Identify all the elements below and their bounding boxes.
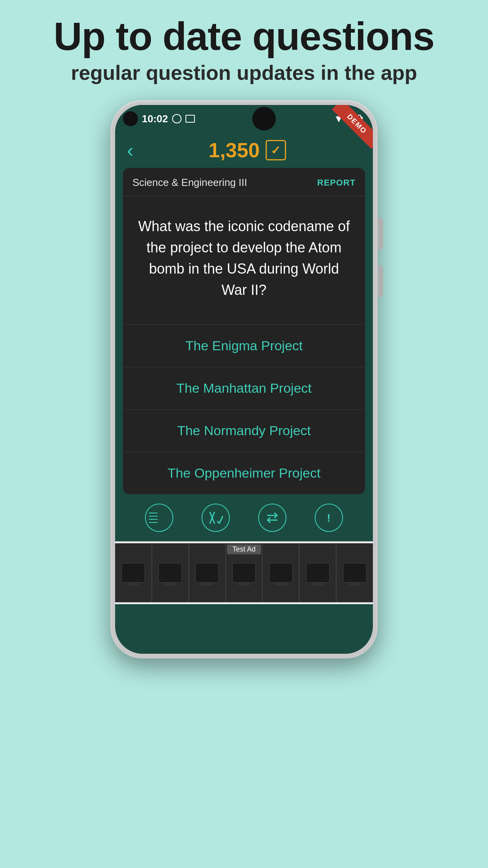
ad-banner: Test Ad	[115, 541, 373, 604]
bottom-toolbar: !	[115, 494, 373, 541]
phone-outer: DEMO 10:02 ▼	[110, 100, 378, 658]
svg-line-3	[219, 516, 223, 524]
camera-notch	[252, 107, 276, 131]
demo-ribbon-text: DEMO	[332, 105, 373, 149]
page-title: Up to date questions	[24, 16, 464, 57]
category-label: Science & Engineering III	[132, 177, 247, 189]
ad-label: Test Ad	[227, 544, 261, 554]
answers-area: The Enigma Project The Manhattan Project…	[123, 324, 365, 494]
device-6	[306, 563, 330, 583]
answer-text-3: The Normandy Project	[177, 423, 311, 438]
answer-text-2: The Manhattan Project	[176, 381, 312, 395]
phone-mockup: DEMO 10:02 ▼	[0, 100, 488, 658]
answer-text-4: The Oppenheimer Project	[167, 465, 320, 480]
answer-option-2[interactable]: The Manhattan Project	[123, 367, 365, 410]
answer-text-1: The Enigma Project	[185, 338, 303, 353]
clock-icon	[172, 114, 182, 123]
ad-slot-1	[115, 543, 152, 602]
answer-option-4[interactable]: The Oppenheimer Project	[123, 452, 365, 494]
info-icon[interactable]: !	[315, 504, 343, 532]
check-box[interactable]: ✓	[266, 140, 286, 160]
device-1	[121, 563, 145, 583]
status-left: 10:02	[123, 111, 195, 126]
back-button[interactable]: ‹	[127, 140, 134, 160]
phone-screen: DEMO 10:02 ▼	[115, 105, 373, 654]
answer-option-1[interactable]: The Enigma Project	[123, 325, 365, 367]
question-card: Science & Engineering III REPORT What wa…	[123, 168, 365, 494]
ad-slot-3	[189, 543, 226, 602]
page-header: Up to date questions regular question up…	[0, 0, 488, 92]
status-dot	[123, 111, 138, 126]
device-4	[232, 563, 256, 583]
card-header: Science & Engineering III REPORT	[123, 168, 365, 196]
x-check-icon[interactable]	[202, 504, 230, 532]
page-subtitle: regular question updates in the app	[24, 61, 464, 85]
ad-slot-2	[152, 543, 189, 602]
half-left	[146, 504, 159, 531]
demo-ribbon: DEMO	[326, 105, 373, 152]
status-time: 10:02	[142, 113, 168, 125]
question-text: What was the iconic codename of the proj…	[135, 216, 353, 301]
sim-icon	[185, 115, 195, 123]
page-background: Up to date questions regular question up…	[0, 0, 488, 658]
device-2	[158, 563, 182, 583]
svg-text:!: !	[327, 512, 330, 524]
swap-svg	[264, 510, 280, 526]
ad-slot-6	[299, 543, 336, 602]
half-circle-icon[interactable]	[145, 504, 173, 532]
info-svg: !	[321, 510, 337, 526]
device-3	[195, 563, 219, 583]
report-button[interactable]: REPORT	[317, 178, 356, 188]
score-display: 1,350	[209, 138, 260, 162]
ad-slot-5	[262, 543, 299, 602]
device-7	[343, 563, 367, 583]
check-mark: ✓	[271, 143, 281, 157]
x-check-svg	[208, 510, 224, 526]
swap-icon[interactable]	[258, 504, 286, 532]
question-area: What was the iconic codename of the proj…	[123, 196, 365, 324]
ad-slot-7	[336, 543, 373, 602]
answer-option-3[interactable]: The Normandy Project	[123, 410, 365, 452]
device-5	[269, 563, 293, 583]
